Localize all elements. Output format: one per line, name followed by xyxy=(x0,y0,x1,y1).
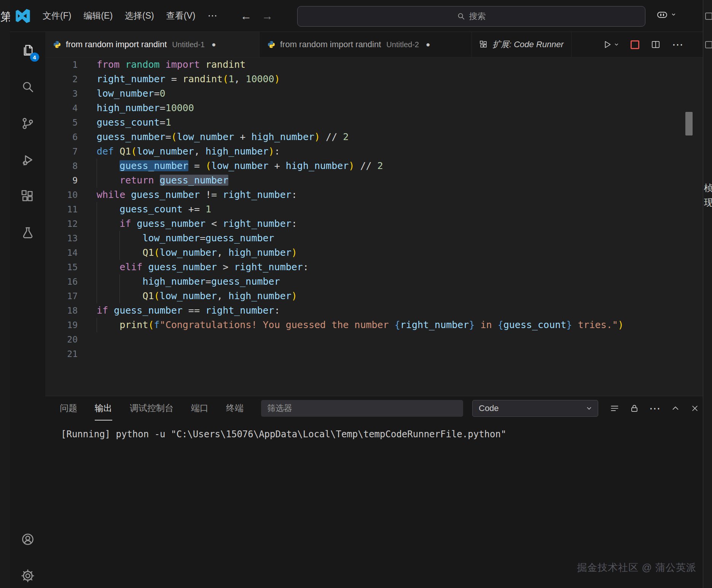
menu-item-0[interactable]: 文件(F) xyxy=(37,7,77,25)
output-channel-select[interactable]: Code xyxy=(472,400,598,417)
activity-bar-bottom xyxy=(17,529,38,588)
close-panel-button[interactable] xyxy=(690,404,699,413)
sidebar-item-extensions[interactable] xyxy=(17,186,38,207)
code-line-8[interactable]: 8 guess_number = (low_number + high_numb… xyxy=(45,159,703,173)
line-number[interactable]: 14 xyxy=(45,245,97,260)
sidebar-item-run-debug[interactable] xyxy=(17,149,38,171)
panel-tab-4[interactable]: 终端 xyxy=(226,396,244,421)
code-line-19[interactable]: 19 print(f"Congratulations! You guessed … xyxy=(45,318,703,332)
line-number[interactable]: 1 xyxy=(45,57,97,72)
menu-item-2[interactable]: 选择(S) xyxy=(119,7,160,25)
code-line-1[interactable]: 1from random import randint xyxy=(45,57,703,72)
back-icon[interactable]: ← xyxy=(240,10,252,22)
line-number[interactable]: 19 xyxy=(45,318,97,332)
line-number[interactable]: 12 xyxy=(45,217,97,231)
code-line-16[interactable]: 16 high_number=guess_number xyxy=(45,274,703,289)
sidebar-item-source-control[interactable] xyxy=(17,113,38,134)
settings-button[interactable] xyxy=(17,565,38,586)
editor-tab-bar: from random import randintUntitled-1●fro… xyxy=(45,32,703,57)
code-line-7[interactable]: 7def Q1(low_number, high_number): xyxy=(45,144,703,159)
code-line-5[interactable]: 5guess_count=1 xyxy=(45,115,703,130)
line-number[interactable]: 9 xyxy=(45,173,97,188)
code-line-2[interactable]: 2right_number = randint(1, 10000) xyxy=(45,72,703,86)
menu-overflow-button[interactable]: ⋯ xyxy=(201,7,223,25)
code-line-20[interactable]: 20 xyxy=(45,332,703,347)
editor-more-actions-button[interactable]: ⋯ xyxy=(672,41,683,48)
code-line-18[interactable]: 18if guess_number == right_number: xyxy=(45,303,703,318)
watermark-text: 掘金技术社区 @ 蒲公英派 xyxy=(577,561,696,574)
line-number[interactable]: 21 xyxy=(45,347,97,361)
line-number[interactable]: 4 xyxy=(45,101,97,115)
sidebar-item-testing[interactable] xyxy=(17,222,38,244)
editor-scrollbar[interactable] xyxy=(685,112,693,135)
code-line-12[interactable]: 12 if guess_number < right_number: xyxy=(45,217,703,231)
line-number[interactable]: 17 xyxy=(45,289,97,303)
editor-tab-1[interactable]: from random import randintUntitled-2● xyxy=(260,32,472,57)
code-line-9[interactable]: 9 return guess_number xyxy=(45,173,703,188)
line-number[interactable]: 11 xyxy=(45,202,97,217)
code-line-6[interactable]: 6guess_number=(low_number + high_number)… xyxy=(45,130,703,144)
code-text: if guess_number == right_number: xyxy=(97,303,703,318)
lock-autoscroll-button[interactable] xyxy=(629,403,639,413)
line-number[interactable]: 8 xyxy=(45,159,97,173)
command-center-search[interactable]: 搜索 xyxy=(297,6,645,27)
code-text: high_number=10000 xyxy=(97,101,703,115)
line-number[interactable]: 15 xyxy=(45,260,97,274)
account-button[interactable] xyxy=(17,529,38,550)
forward-icon[interactable]: → xyxy=(261,10,273,22)
indent-guide xyxy=(97,159,97,173)
run-dropdown-chevron-icon[interactable] xyxy=(614,42,619,47)
output-text: [Running] python -u "C:\Users\15076\AppD… xyxy=(61,429,703,440)
menu-item-3[interactable]: 查看(V) xyxy=(160,7,202,25)
line-number[interactable]: 6 xyxy=(45,130,97,144)
copilot-menu[interactable] xyxy=(656,8,677,21)
code-text: from random import randint xyxy=(97,57,703,72)
split-editor-button[interactable] xyxy=(651,40,661,49)
editor-tab-2[interactable]: 扩展: Code Runner xyxy=(472,32,572,57)
line-number[interactable]: 18 xyxy=(45,303,97,318)
code-line-14[interactable]: 14 Q1(low_number, high_number) xyxy=(45,245,703,260)
code-line-10[interactable]: 10while guess_number != right_number: xyxy=(45,188,703,202)
menu-item-1[interactable]: 编辑(E) xyxy=(77,7,119,25)
indent-guide xyxy=(119,289,120,303)
run-code-button[interactable] xyxy=(602,40,619,49)
filter-placeholder: 筛选器 xyxy=(267,403,292,414)
stop-code-button[interactable] xyxy=(631,40,639,49)
code-line-11[interactable]: 11 guess_count += 1 xyxy=(45,202,703,217)
line-number[interactable]: 20 xyxy=(45,332,97,347)
line-number[interactable]: 7 xyxy=(45,144,97,159)
vscode-logo-icon xyxy=(15,8,30,24)
panel-tab-2[interactable]: 调试控制台 xyxy=(130,396,174,421)
tab-detail: Untitled-1 xyxy=(172,40,205,49)
line-number[interactable]: 10 xyxy=(45,188,97,202)
code-line-17[interactable]: 17 Q1(low_number, high_number) xyxy=(45,289,703,303)
code-line-15[interactable]: 15 elif guess_number > right_number: xyxy=(45,260,703,274)
line-number[interactable]: 5 xyxy=(45,115,97,130)
line-number[interactable]: 16 xyxy=(45,274,97,289)
indent-guide xyxy=(97,318,97,332)
tab-label: from random import randint xyxy=(66,40,167,49)
editor-group: from random import randintUntitled-1●fro… xyxy=(45,32,703,588)
editor-actions: ⋯ xyxy=(602,32,703,57)
line-number[interactable]: 2 xyxy=(45,72,97,86)
line-number[interactable]: 3 xyxy=(45,86,97,101)
panel-more-actions-button[interactable]: ⋯ xyxy=(649,405,661,412)
clear-output-button[interactable] xyxy=(610,403,620,413)
line-number[interactable]: 13 xyxy=(45,231,97,245)
code-text: while guess_number != right_number: xyxy=(97,188,703,202)
editor-tab-0[interactable]: from random import randintUntitled-1● xyxy=(45,32,260,57)
code-line-3[interactable]: 3low_number=0 xyxy=(45,86,703,101)
sidebar-item-search[interactable] xyxy=(17,76,38,97)
code-line-13[interactable]: 13 low_number=guess_number xyxy=(45,231,703,245)
sidebar-item-explorer[interactable]: 4 xyxy=(17,40,38,61)
code-editor[interactable]: 1from random import randint2right_number… xyxy=(45,57,703,396)
code-line-4[interactable]: 4high_number=10000 xyxy=(45,101,703,115)
output-filter-input[interactable]: 筛选器 xyxy=(261,400,463,417)
indent-guide xyxy=(97,217,97,231)
panel-tab-0[interactable]: 问题 xyxy=(60,396,77,421)
title-bar: 文件(F)编辑(E)选择(S)查看(V) ⋯ ← → 搜索 xyxy=(10,0,703,32)
code-line-21[interactable]: 21 xyxy=(45,347,703,361)
panel-tab-1[interactable]: 输出 xyxy=(95,396,112,421)
panel-tab-3[interactable]: 端口 xyxy=(191,396,209,421)
maximize-panel-button[interactable] xyxy=(671,403,680,413)
